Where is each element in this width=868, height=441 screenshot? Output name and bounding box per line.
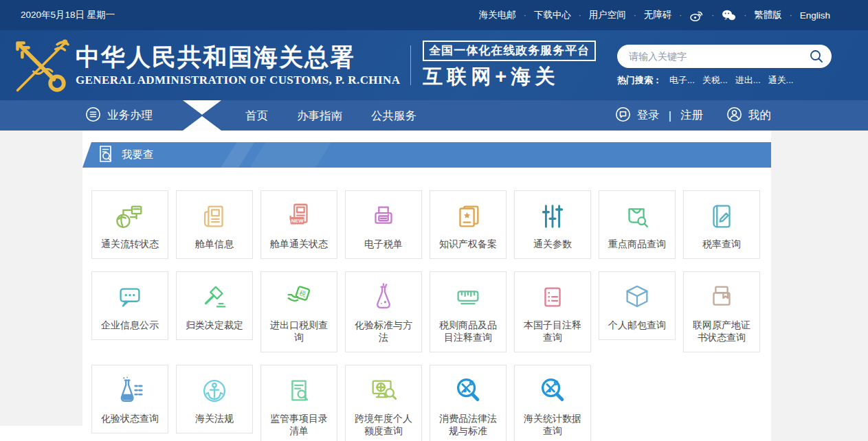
service-card[interactable]: 企业信息公示: [91, 271, 168, 340]
hamburger-circle-icon: [85, 106, 101, 125]
service-card-label: 电子税单: [364, 238, 403, 250]
service-card[interactable]: 税则商品及品目注释查询: [430, 271, 507, 352]
service-card-label: 知识产权备案: [439, 238, 497, 250]
service-card[interactable]: 个人邮包查询: [599, 271, 676, 340]
link-accessibility[interactable]: 无障碍: [644, 9, 672, 21]
hot-search-item[interactable]: 通关...: [768, 74, 794, 87]
dot-separator: ·: [579, 10, 581, 20]
printer-icon: [368, 201, 399, 232]
dot-separator: ·: [634, 10, 636, 20]
bottom-left-patch: [0, 426, 82, 441]
hot-search-item[interactable]: 电子...: [669, 74, 695, 87]
service-card[interactable]: 知识产权备案: [430, 190, 507, 259]
nav-links: 首页 办事指南 公共服务: [231, 100, 431, 131]
search-area: 热门搜索： 电子... 关税... 进出... 通关...: [617, 45, 832, 87]
service-card[interactable]: NEW 舱单通关状态: [260, 190, 337, 259]
flask-icon: [368, 282, 399, 313]
header-divider: [410, 45, 411, 85]
hot-search-label: 热门搜索：: [617, 74, 662, 87]
site-title-chinese: 中华人民共和国海关总署: [76, 43, 400, 71]
ruler-icon: [452, 282, 484, 313]
service-card[interactable]: 重点商品查询: [599, 190, 676, 259]
service-card-label: 跨境年度个人额度查询: [350, 412, 416, 437]
site-header: 中华人民共和国海关总署 GENERAL ADMINISTRATION OF CU…: [0, 30, 868, 100]
service-card[interactable]: 跨境年度个人额度查询: [345, 365, 422, 441]
platform-name: 互联网+海关: [423, 63, 596, 91]
content-panel: 我要查 通关流转状态 舱单信息 NEW 舱单通关状态 电子税单 知识产权备案 通…: [82, 131, 771, 441]
dot-separator: ·: [790, 10, 792, 20]
site-title-english: GENERAL ADMINISTRATION OF CUSTOMS, P. R.…: [76, 74, 400, 87]
current-date: 2020年5月18日 星期一: [21, 9, 115, 21]
service-card[interactable]: 监管事项目录清单: [260, 365, 337, 441]
service-card-label: 化验标准与方法: [350, 319, 416, 343]
main-nav: 业务办理 首页 办事指南 公共服务 登录 | 注册 我的: [0, 100, 868, 131]
service-card[interactable]: 化验标准与方法: [345, 271, 422, 352]
service-card[interactable]: 消费品法律法规与标准: [430, 365, 507, 441]
service-card-label: 消费品法律法规与标准: [435, 412, 501, 437]
book-pencil-icon: [706, 201, 737, 232]
link-download-center[interactable]: 下载中心: [534, 9, 571, 21]
sliders-icon: [537, 201, 568, 232]
link-traditional-chinese[interactable]: 繁體版: [754, 9, 782, 21]
dot-separator: ·: [524, 10, 526, 20]
service-card-label: 海关统计数据查询: [520, 412, 586, 437]
service-card-label: 个人邮包查询: [608, 319, 666, 331]
service-card[interactable]: 税 进出口税则查询: [260, 271, 337, 352]
bag-search-icon: [621, 201, 653, 232]
service-card-label: 通关参数: [533, 238, 572, 250]
main-area: 我要查 通关流转状态 舱单信息 NEW 舱单通关状态 电子税单 知识产权备案 通…: [0, 131, 868, 441]
my-account-link[interactable]: 我的: [748, 108, 771, 123]
service-card-label: 重点商品查询: [608, 238, 666, 250]
active-tab-indicator: [183, 100, 221, 131]
hot-search-row: 热门搜索： 电子... 关税... 进出... 通关...: [617, 74, 832, 87]
nav-business-label: 业务办理: [107, 108, 153, 123]
flask-list-icon: [114, 375, 146, 407]
link-english[interactable]: English: [800, 10, 830, 21]
platform-badge: 全国一体化在线政务服务平台: [423, 41, 596, 61]
nav-item-guide[interactable]: 办事指南: [282, 100, 357, 131]
link-user-space[interactable]: 用户空间: [589, 9, 626, 21]
user-circle-icon: [726, 106, 742, 125]
emblem-search-icon: [537, 375, 568, 407]
service-card[interactable]: 本国子目注释查询: [514, 271, 591, 352]
service-card[interactable]: 税率查询: [683, 190, 760, 259]
service-card[interactable]: 电子税单: [345, 190, 422, 259]
service-card-label: 税率查询: [702, 238, 741, 250]
package-box-icon: [621, 282, 653, 313]
site-title-block: 中华人民共和国海关总署 GENERAL ADMINISTRATION OF CU…: [76, 43, 400, 87]
service-card[interactable]: 化验状态查询: [91, 365, 168, 433]
wechat-icon[interactable]: [722, 9, 736, 21]
clipboard-search-icon: [283, 375, 315, 407]
svg-text:NEW: NEW: [291, 218, 304, 224]
top-utility-bar: 2020年5月18日 星期一 海关电邮 · 下载中心 · 用户空间 · 无障碍 …: [0, 0, 868, 30]
service-card[interactable]: 舱单信息: [176, 190, 253, 259]
chat-dots-icon: [114, 282, 146, 313]
nav-business-menu[interactable]: 业务办理: [82, 106, 183, 125]
hot-search-item[interactable]: 关税...: [702, 74, 728, 87]
service-card-label: 舱单通关状态: [270, 238, 328, 250]
query-section-title: 我要查: [122, 148, 154, 162]
hot-search-item[interactable]: 进出...: [735, 74, 761, 87]
service-card-label: 监管事项目录清单: [266, 412, 332, 437]
service-card[interactable]: 归类决定裁定: [176, 271, 253, 340]
nav-item-home[interactable]: 首页: [231, 100, 282, 131]
service-card[interactable]: 海关法规: [176, 365, 253, 433]
nav-account-area: 登录 | 注册 我的: [615, 106, 771, 125]
service-card[interactable]: 联网原产地证书状态查询: [683, 271, 760, 352]
list-card-icon: [537, 282, 568, 313]
nav-item-public-service[interactable]: 公共服务: [357, 100, 431, 131]
anchor-icon: [199, 375, 230, 407]
search-icon[interactable]: [809, 49, 824, 64]
search-input[interactable]: [629, 51, 809, 62]
service-card[interactable]: 海关统计数据查询: [514, 365, 591, 441]
login-link[interactable]: 登录: [637, 108, 660, 123]
certificate-box-icon: [706, 282, 737, 313]
link-customs-mail[interactable]: 海关电邮: [479, 9, 516, 21]
dot-separator: ·: [711, 10, 714, 20]
service-card[interactable]: 通关流转状态: [91, 190, 168, 259]
customs-emblem-logo[interactable]: [10, 35, 73, 95]
weibo-icon[interactable]: [689, 9, 704, 22]
register-link[interactable]: 注册: [680, 108, 703, 123]
service-card-label: 本国子目注释查询: [520, 319, 586, 343]
service-card[interactable]: 通关参数: [514, 190, 591, 259]
